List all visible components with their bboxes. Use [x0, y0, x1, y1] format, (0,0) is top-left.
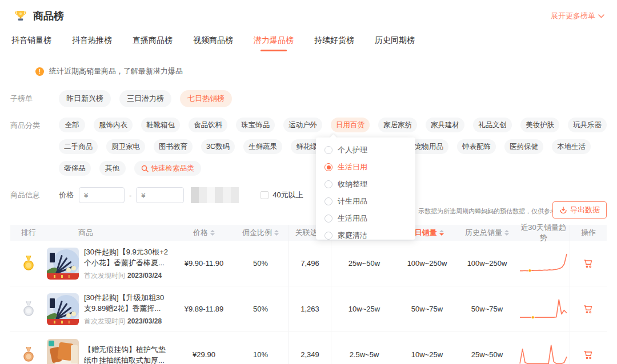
category-pill[interactable]: 家具建材 [426, 118, 464, 132]
dropdown-option[interactable]: 家庭清洁 [316, 227, 415, 240]
category-pill[interactable]: 食品饮料 [189, 118, 227, 132]
col-commission[interactable]: 佣金比例 [233, 228, 289, 238]
trend-dot [531, 316, 534, 318]
category-pill[interactable]: 家居家纺 [378, 118, 417, 132]
sales-trend-sparkline [517, 342, 570, 364]
category-pill[interactable]: 生鲜蔬果 [243, 139, 282, 154]
cart-icon[interactable] [583, 304, 594, 315]
category-pills-row1: 全部服饰内衣鞋靴箱包食品饮料珠宝饰品运动户外日用百货家居家纺家具建材礼品文创美妆… [59, 118, 607, 132]
sales-7d-value: 10w~25w [397, 350, 457, 359]
price-value: ¥9.90-11.90 [175, 259, 233, 268]
category-pill[interactable]: 全部 [59, 118, 85, 132]
category-pill[interactable]: 3C数码 [201, 139, 235, 154]
dropdown-option[interactable]: 收纳整理 [316, 176, 415, 193]
sub-rank-pill[interactable]: 昨日新兴榜 [59, 90, 111, 107]
sort-icon[interactable] [210, 230, 215, 236]
category-pill[interactable]: 美妆护肤 [520, 118, 559, 132]
category-pill[interactable]: 钟表配饰 [457, 139, 496, 154]
sort-icon[interactable] [504, 230, 509, 236]
category-pill[interactable]: 奢侈品 [59, 161, 91, 176]
trend-dot [528, 269, 531, 272]
category-pill[interactable]: 二手商品 [59, 139, 98, 154]
rank-tab[interactable]: 潜力爆品榜 [253, 33, 295, 54]
dropdown-option-label: 计生用品 [338, 196, 367, 207]
cart-icon[interactable] [583, 258, 594, 269]
checkbox-40-plus[interactable]: 40元以上 [261, 190, 303, 200]
rank-medal-silver [10, 301, 47, 318]
category-subcategory-dropdown: 个人护理生活日用收纳整理计生用品生活用品家庭清洁 [316, 137, 415, 240]
product-title[interactable]: [30件起购]【升级加粗30支9.89赠2花】香薰挥... [84, 292, 171, 314]
rank-tab[interactable]: 持续好货榜 [313, 33, 355, 54]
trophy-icon [14, 9, 27, 23]
price-label: 价格 [59, 190, 74, 200]
checkbox-icon[interactable] [261, 191, 269, 199]
sort-icon[interactable] [274, 230, 279, 236]
product-title[interactable]: 【赠无痕挂钩】植护气垫纸巾挂抽纸抽取式加厚... [84, 344, 171, 364]
col6-value: 2.5w~5w [331, 350, 397, 359]
col-action: 操作 [570, 225, 607, 241]
quick-search-button[interactable]: 快速检索品类 [134, 161, 201, 176]
col-price[interactable]: 价格 [175, 228, 233, 238]
price-value: ¥29.90 [175, 350, 233, 359]
rank-medal-gold [10, 255, 47, 272]
dropdown-option-label: 生活用品 [338, 213, 367, 224]
category-pill[interactable]: 服饰内衣 [94, 118, 133, 132]
first-found-date: 首次发现时间2023/03/24 [84, 271, 171, 281]
price-max-input[interactable]: ¥ [136, 187, 184, 203]
rank-medal-bronze [10, 346, 47, 363]
dropdown-option[interactable]: 生活用品 [316, 210, 415, 227]
rank-tab[interactable]: 历史同期榜 [374, 33, 416, 54]
category-pill[interactable]: 礼品文创 [473, 118, 512, 132]
info-icon: ! [35, 67, 44, 76]
expand-more-link[interactable]: 展开更多榜单 [551, 11, 604, 21]
rank-tab[interactable]: 抖音热推榜 [71, 33, 113, 54]
product-table: 排行 商品 价格 佣金比例 关联达人 7日销量 历史总销量 近30天销量趋势 操… [10, 225, 607, 364]
dropdown-options: 个人护理生活日用收纳整理计生用品生活用品家庭清洁 [316, 137, 415, 240]
dropdown-option[interactable]: 个人护理 [316, 141, 415, 159]
dropdown-option-label: 收纳整理 [338, 179, 367, 189]
rank-tab[interactable]: 抖音销量榜 [10, 33, 53, 54]
rank-tab[interactable]: 直播商品榜 [131, 33, 174, 54]
category-pill[interactable]: 本地生活 [552, 139, 591, 154]
category-pill[interactable]: 运动户外 [283, 118, 322, 132]
category-pill[interactable]: 鞋靴箱包 [141, 118, 180, 132]
price-min-input[interactable]: ¥ [79, 187, 125, 203]
cart-icon[interactable] [583, 349, 594, 361]
radio-icon[interactable] [324, 197, 332, 205]
influencer-count: 1,263 [289, 286, 331, 331]
total-sales-value: 50w~75w [457, 305, 517, 313]
product-title[interactable]: [30件起购]【9.9元30根+2个小花】香薰扩香棒夏... [84, 246, 171, 268]
table-row: 【赠无痕挂钩】植护气垫纸巾挂抽纸抽取式加厚... ¥29.90 10% 2,34… [10, 332, 607, 364]
export-data-button[interactable]: 导出数据 [552, 201, 607, 219]
col-product: 商品 [47, 228, 175, 238]
col-total-sales[interactable]: 历史总销量 [457, 228, 517, 238]
category-pill[interactable]: 其他 [99, 161, 126, 176]
sort-icon[interactable] [439, 230, 444, 236]
radio-icon[interactable] [324, 163, 332, 171]
category-pill[interactable]: 厨卫家电 [106, 139, 145, 154]
category-pill[interactable]: 日用百货 [331, 118, 370, 132]
category-pill[interactable]: 玩具乐器 [568, 118, 607, 132]
category-pill[interactable]: 图书教育 [154, 139, 193, 154]
product-image[interactable] [47, 248, 79, 280]
dropdown-option[interactable]: 生活日用 [316, 159, 415, 176]
commission-value: 50% [233, 305, 289, 313]
category-pill[interactable]: 珠宝饰品 [236, 118, 275, 132]
radio-icon[interactable] [324, 215, 332, 223]
first-found-date: 首次发现时间2023/03/28 [84, 317, 171, 326]
rank-tab[interactable]: 视频商品榜 [192, 33, 234, 54]
dropdown-option[interactable]: 计生用品 [316, 193, 415, 210]
sub-rank-pill[interactable]: 三日潜力榜 [119, 90, 171, 107]
product-image[interactable] [47, 293, 79, 325]
commission-value: 10% [233, 350, 289, 359]
radio-icon[interactable] [324, 146, 332, 154]
radio-icon[interactable] [324, 232, 332, 240]
sub-rank-pill[interactable]: 七日热销榜 [180, 90, 232, 107]
sales-7d-value: 100w~250w [397, 259, 457, 268]
radio-icon[interactable] [324, 180, 332, 188]
search-icon [141, 165, 149, 172]
medal-icon [22, 346, 35, 363]
category-pill[interactable]: 医药保健 [504, 139, 543, 154]
product-image[interactable] [47, 339, 79, 364]
category-pill[interactable]: 宠物用品 [410, 139, 448, 154]
